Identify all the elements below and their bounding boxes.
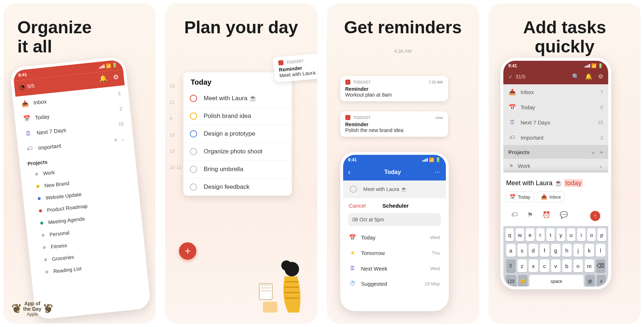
notif-body: Workout plan at 8am: [345, 92, 443, 98]
today-card: Today Meet with Laura ☕ Polish brand ide…: [183, 72, 292, 196]
key-p[interactable]: p: [597, 228, 606, 241]
key-a[interactable]: a: [506, 244, 516, 257]
sched-label: Suggested: [361, 281, 387, 287]
cancel-button[interactable]: Cancel: [349, 203, 366, 209]
input-text: Meet with Laura ☕: [506, 179, 562, 187]
key-s[interactable]: s: [517, 244, 527, 257]
task-row[interactable]: Design feedback: [183, 178, 292, 196]
panel-title-1: Organize it all: [4, 4, 155, 56]
status-icons: 📶🔋: [422, 157, 441, 162]
project-work[interactable]: Work⌄: [503, 159, 608, 173]
nav-important[interactable]: 🏷Important2: [503, 130, 608, 145]
task-row[interactable]: Polish brand idea: [183, 107, 292, 125]
back-icon[interactable]: ‹: [348, 168, 351, 176]
key-k[interactable]: k: [585, 244, 594, 257]
key-hash[interactable]: #: [597, 275, 606, 288]
key-f[interactable]: f: [540, 244, 549, 257]
task-label: Organize photo shoot: [204, 148, 263, 155]
bell-icon[interactable]: 🔔: [99, 74, 108, 83]
search-icon[interactable]: 🔍: [572, 73, 579, 80]
nav-label: Important: [521, 135, 543, 141]
nav-next7[interactable]: 🗓Next 7 Days15: [503, 115, 608, 130]
key-j[interactable]: j: [573, 244, 583, 257]
key-v[interactable]: v: [551, 259, 560, 272]
plus-icon[interactable]: +: [600, 149, 603, 155]
task-row[interactable]: Organize photo shoot: [183, 143, 292, 161]
award-badge: ❦ App of the Day Apple ❦: [12, 301, 53, 317]
award-line1: App of: [23, 301, 42, 306]
selected-task[interactable]: Meet with Laura ☕: [343, 181, 446, 198]
sched-day: Wed: [430, 266, 440, 271]
award-line3: Apple: [23, 312, 42, 317]
panel-reminders: Get reminders 4:36 AM TODOIST7:30 AM Rem…: [327, 4, 479, 323]
key-n[interactable]: n: [573, 259, 583, 272]
tag-icon[interactable]: 🏷: [511, 211, 518, 221]
task-row[interactable]: Design a prototype: [183, 125, 292, 143]
nav-today[interactable]: 📅Today0: [503, 99, 608, 115]
sched-nextweek[interactable]: 🗓Next WeekWed: [343, 261, 446, 276]
key-g[interactable]: g: [551, 244, 560, 257]
key-at[interactable]: @: [585, 275, 595, 288]
nav-label: Inbox: [521, 89, 534, 95]
status-time: 9:41: [18, 72, 27, 78]
sched-label: Today: [361, 234, 376, 241]
key-m[interactable]: m: [585, 259, 594, 272]
sched-today[interactable]: 📅TodayWed: [343, 230, 446, 245]
task-label: Design a prototype: [204, 130, 255, 137]
add-task-fab[interactable]: +: [179, 242, 196, 260]
statusbar: 9:41 📶🔋: [343, 155, 446, 165]
sched-suggested[interactable]: ⏱Suggested19 May: [343, 276, 446, 291]
phone-organize: 9:41 📶🔋 ◔ 5/5 🔔 ⚙ 📥 Inbox 3 📅 Today: [9, 56, 151, 320]
submit-button[interactable]: ↑: [590, 211, 600, 221]
key-q[interactable]: q: [506, 228, 514, 241]
key-o[interactable]: o: [587, 228, 596, 241]
key-t[interactable]: t: [546, 228, 555, 241]
notification-2[interactable]: TODOISTnow Reminder Polish the new brand…: [340, 111, 448, 137]
gear-icon[interactable]: ⚙: [112, 73, 119, 81]
sched-tomorrow[interactable]: ☀TomorrowThu: [343, 245, 446, 261]
alarm-icon[interactable]: ⏰: [542, 211, 550, 221]
key-emoji[interactable]: 😊: [518, 275, 528, 288]
key-shift[interactable]: ⇧: [506, 259, 516, 272]
date-chip[interactable]: 08 Oct at 5pm: [348, 213, 441, 226]
task-input[interactable]: Meet with Laura ☕ today: [506, 178, 606, 191]
more-icon[interactable]: ⋯: [435, 169, 440, 175]
key-123[interactable]: 123: [506, 275, 516, 288]
key-x[interactable]: x: [529, 259, 538, 272]
notif-body: Polish the new brand idea: [345, 127, 443, 133]
key-y[interactable]: y: [556, 228, 565, 241]
status-icons: 📶🔋: [99, 62, 118, 69]
key-e[interactable]: e: [526, 228, 534, 241]
key-z[interactable]: z: [517, 259, 527, 272]
key-b[interactable]: b: [562, 259, 572, 272]
key-w[interactable]: w: [516, 228, 524, 241]
gear-icon[interactable]: ⚙: [598, 73, 603, 80]
bell-icon[interactable]: 🔔: [585, 73, 592, 80]
key-c[interactable]: c: [540, 259, 549, 272]
key-r[interactable]: r: [536, 228, 545, 241]
quick-add-sheet: Meet with Laura ☕ today 📅Today 📥Inbox 🏷 …: [500, 173, 611, 226]
panel-organize: Organize it all 9:41 📶🔋 ◔ 5/5 🔔 ⚙ 📥 Inbo…: [4, 4, 155, 323]
nav-inbox[interactable]: 📥Inbox7: [503, 84, 608, 99]
svg-point-1: [281, 260, 291, 271]
chip-today[interactable]: 📅Today: [506, 191, 534, 202]
task-row[interactable]: Meet with Laura ☕: [183, 89, 292, 107]
key-d[interactable]: d: [529, 244, 538, 257]
key-h[interactable]: h: [562, 244, 572, 257]
notification-1[interactable]: TODOIST7:30 AM Reminder Workout plan at …: [340, 76, 448, 101]
task-row[interactable]: Bring umbrella: [183, 161, 292, 178]
chip-inbox[interactable]: 📥Inbox: [537, 191, 565, 202]
floating-notification[interactable]: TODOIST Reminder Meet with Laura at 5pm: [273, 51, 317, 82]
key-l[interactable]: l: [596, 244, 605, 257]
chevron-down-icon[interactable]: ⌄: [120, 135, 126, 142]
flag-icon[interactable]: ⚑: [527, 211, 533, 221]
projects-header[interactable]: Projects ⌄ +: [503, 145, 608, 159]
chevron-down-icon[interactable]: ⌄: [591, 149, 596, 155]
comment-icon[interactable]: 💬: [560, 211, 568, 221]
chip-label: Today: [518, 194, 530, 200]
key-space[interactable]: space: [529, 275, 584, 288]
key-backspace[interactable]: ⌫: [596, 259, 605, 272]
key-i[interactable]: i: [577, 228, 585, 241]
chevron-down-icon[interactable]: ⌄: [598, 162, 603, 169]
key-u[interactable]: u: [567, 228, 575, 241]
